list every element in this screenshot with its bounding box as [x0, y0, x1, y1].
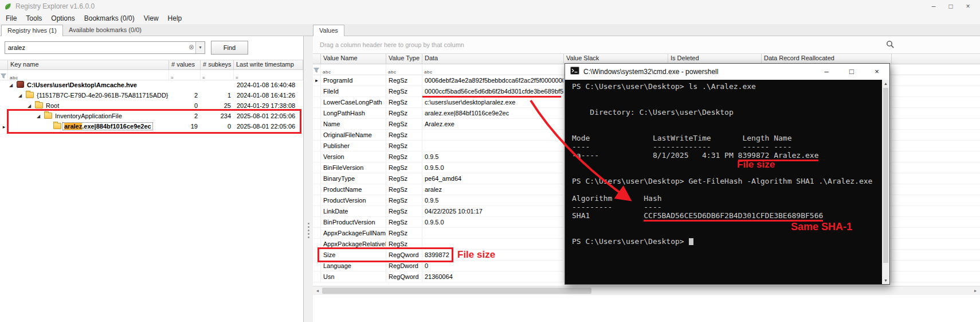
values-column-header[interactable]: Data Record Reallocated	[762, 54, 892, 64]
value-name-cell: LowerCaseLongPath	[321, 97, 386, 107]
tree-row[interactable]: ◢{11517B7C-E79D-4e20-961B-75A811715ADD}2…	[0, 91, 303, 101]
hive-grid-filter: abc===	[0, 70, 303, 80]
key-name-cell[interactable]: ◢C:\Users\user\Desktop\Amcache.hve	[8, 80, 169, 91]
tree-row[interactable]: ◢Root0252024-01-29 17:38:08	[0, 101, 303, 111]
filter-funnel-icon[interactable]	[0, 70, 8, 80]
registry-explorer-window: Registry Explorer v1.6.0.0 – □ × FileToo…	[0, 0, 980, 322]
terminal-scrollbar[interactable]: ▲ ▼	[882, 80, 889, 284]
folder-icon	[35, 102, 43, 108]
group-by-hint: Drag a column header here to group by th…	[320, 41, 464, 48]
values-filter-cell[interactable]: abc	[422, 64, 564, 75]
row-focus-indicator	[313, 217, 321, 227]
value-data-cell: 0.9.5	[422, 152, 564, 162]
values-count-cell: 0	[169, 101, 201, 111]
filter-op-icon: abc	[10, 75, 18, 80]
menu-item-help[interactable]: Help	[163, 13, 187, 24]
key-name-cell[interactable]: aralez.exe|884bf1016ce9e2ec	[8, 122, 169, 132]
close-icon[interactable]: ×	[959, 0, 977, 13]
terminal-titlebar[interactable]: C:\Windows\system32\cmd.exe - powershell…	[565, 64, 889, 80]
cmd-icon	[570, 67, 579, 77]
terminal-output[interactable]: PS C:\Users\user\Desktop> ls .\Aralez.ex…	[565, 80, 882, 284]
tab-registry-hives[interactable]: Registry hives (1)	[1, 25, 63, 36]
tab-values[interactable]: Values	[313, 25, 344, 36]
key-name-cell[interactable]: ◢Root	[8, 101, 169, 111]
row-focus-indicator	[313, 228, 321, 238]
values-filter-cell[interactable]: abc	[321, 64, 386, 75]
hive-filter-cell[interactable]: abc	[8, 70, 169, 80]
values-hscrollbar[interactable]: ◂ ▸	[313, 286, 980, 295]
hive-filter-cell[interactable]: =	[234, 70, 303, 80]
hive-column-header[interactable]: # subkeys	[201, 60, 234, 69]
clear-search-icon[interactable]: ⊗	[189, 43, 194, 51]
terminal-scroll-thumb[interactable]	[883, 88, 888, 263]
terminal-line	[572, 91, 882, 99]
menu-item-view[interactable]: View	[139, 13, 163, 24]
expander-icon[interactable]: ◢	[28, 101, 35, 111]
terminal-line: --------- ----	[572, 203, 882, 211]
row-focus-indicator	[313, 206, 321, 216]
scroll-left-icon[interactable]: ◂	[313, 286, 322, 295]
value-name-cell: Name	[321, 119, 386, 129]
tree-row[interactable]: ◢InventoryApplicationFile22342025-08-01 …	[0, 111, 303, 122]
hive-filter-cell[interactable]: =	[169, 70, 201, 80]
tree-row[interactable]: ▸aralez.exe|884bf1016ce9e2ec1902025-08-0…	[0, 122, 303, 132]
menu-item-file[interactable]: File	[1, 13, 21, 24]
tab-available-bookmarks[interactable]: Available bookmarks (0/0)	[63, 25, 147, 36]
minimize-icon[interactable]: –	[925, 0, 942, 13]
value-data-cell: pe64_amd64	[422, 173, 564, 184]
menu-item-tools[interactable]: Tools	[21, 13, 46, 24]
tree-row[interactable]: ◢C:\Users\user\Desktop\Amcache.hve2024-0…	[0, 80, 303, 91]
key-name-cell[interactable]: ◢InventoryApplicationFile	[8, 111, 169, 122]
hive-filter-cell[interactable]: =	[201, 70, 234, 80]
search-input[interactable]	[5, 42, 186, 53]
row-focus-indicator	[313, 108, 321, 118]
search-dropdown-icon[interactable]: ▾	[195, 42, 205, 53]
key-name-cell[interactable]: ◢{11517B7C-E79D-4e20-961B-75A811715ADD}	[8, 91, 169, 101]
search-icon[interactable]	[886, 40, 895, 51]
panel-splitter[interactable]	[304, 36, 313, 322]
hive-column-header[interactable]: # values	[169, 60, 201, 69]
group-by-bar[interactable]: Drag a column header here to group by th…	[313, 36, 980, 53]
values-count-cell: 2	[169, 91, 201, 101]
scroll-up-icon[interactable]: ▲	[882, 80, 889, 87]
values-column-header[interactable]: Data	[422, 54, 564, 64]
values-column-header[interactable]: Is Deleted	[668, 54, 762, 64]
terminal-text: SHA1	[572, 211, 644, 220]
key-name-rest: .exe|884bf1016ce9e2ec	[82, 123, 151, 130]
terminal-close-icon[interactable]: ×	[864, 64, 889, 80]
terminal-maximize-icon[interactable]: □	[839, 64, 864, 80]
menu-item-bookmarks[interactable]: Bookmarks (0/0)	[80, 13, 139, 24]
maximize-icon[interactable]: □	[942, 0, 959, 13]
expander-icon[interactable]: ◢	[37, 111, 44, 121]
terminal-title: C:\Windows\system32\cmd.exe - powershell	[583, 68, 718, 76]
value-data-cell: 0006debf2a4e2a892f5bebbdcca6f2ac2f5f0000…	[422, 75, 564, 86]
terminal-minimize-icon[interactable]: –	[814, 64, 839, 80]
expander-icon[interactable]: ◢	[18, 91, 26, 100]
scroll-right-icon[interactable]: ▸	[971, 286, 980, 295]
last-write-timestamp-cell: 2024-01-29 17:38:08	[234, 101, 303, 111]
values-column-header[interactable]: Value Name	[321, 54, 386, 64]
scroll-down-icon[interactable]: ▼	[882, 277, 889, 284]
filter-funnel-icon[interactable]	[313, 64, 321, 75]
row-focus-indicator	[313, 141, 321, 151]
folder-icon	[53, 123, 61, 129]
value-name-cell: ProductName	[321, 184, 386, 195]
last-write-timestamp-cell: 2024-01-08 16:40:48	[234, 80, 303, 91]
values-column-header[interactable]: Value Type	[386, 54, 422, 64]
folder-icon	[26, 92, 34, 98]
values-filter-cell[interactable]: abc	[386, 64, 422, 75]
hscroll-thumb[interactable]	[322, 288, 591, 294]
key-name-text: {11517B7C-E79D-4e20-961B-75A811715ADD}	[36, 92, 169, 99]
menu-item-options[interactable]: Options	[46, 13, 79, 24]
hive-column-header[interactable]: Key name	[8, 60, 169, 69]
hive-grid-header: Key name# values# subkeysLast write time…	[0, 60, 303, 70]
values-column-header[interactable]: Value Slack	[564, 54, 668, 64]
terminal-line: PS C:\Users\user\Desktop> ls .\Aralez.ex…	[572, 82, 882, 91]
row-focus-indicator	[0, 91, 8, 101]
row-focus-indicator	[313, 97, 321, 107]
expander-icon[interactable]: ◢	[9, 80, 17, 90]
value-name-cell: Language	[321, 261, 386, 271]
titlebar: Registry Explorer v1.6.0.0 – □ ×	[0, 0, 980, 13]
hive-column-header[interactable]: Last write timestamp	[234, 60, 303, 69]
find-button[interactable]: Find	[211, 41, 248, 55]
